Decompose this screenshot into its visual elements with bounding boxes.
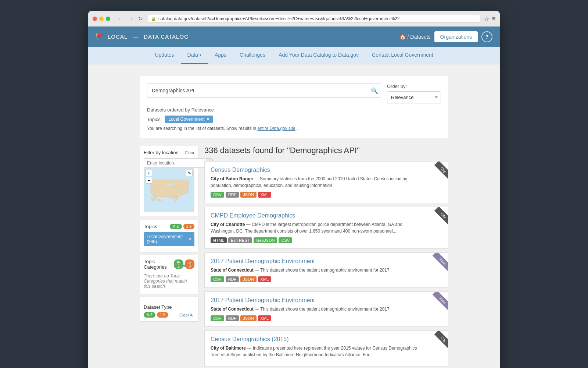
dataset-title-2[interactable]: CMPD Employee Demographics <box>211 212 424 219</box>
help-button[interactable]: ? <box>481 31 492 42</box>
site-header: 🚩 LOCAL — DATA CATALOG 🏠 / Datasets Orga… <box>88 26 500 47</box>
ribbon-2: City <box>426 207 448 229</box>
tag-rdf-4[interactable]: RDF <box>226 315 239 321</box>
ribbon-label-1: City <box>434 162 448 179</box>
dataset-source-2: City of Charlotte <box>211 222 245 227</box>
nav-updates[interactable]: Updates <box>148 47 180 64</box>
tag-geojson-2[interactable]: GeoJSON <box>254 237 277 243</box>
browser-actions: ☆ ≡ <box>484 15 495 22</box>
search-input[interactable] <box>147 84 381 98</box>
dataset-type-clear[interactable]: Clear All <box>179 313 194 317</box>
tag-csv-4[interactable]: CSV <box>211 315 224 321</box>
map-edit-button[interactable]: ✎ <box>186 170 193 176</box>
dataset-card-inner-4: 2017 Patient Demographic Environment Sta… <box>211 297 442 321</box>
menu-icon[interactable]: ≡ <box>492 15 495 22</box>
tag-rdf-3[interactable]: RDF <box>226 276 239 282</box>
tag-csv-1[interactable]: CSV <box>211 192 224 198</box>
search-box-wrap: 🔍 <box>147 84 381 98</box>
browser-titlebar: ← → ↻ 🔒 catalog.data.gov/dataset?q=Demog… <box>88 11 500 26</box>
map-zoom-out-button[interactable]: − <box>146 177 152 184</box>
home-icon[interactable]: 🏠 <box>399 34 406 40</box>
active-filter-label: Local Government (336) <box>147 234 189 244</box>
dataset-title-3[interactable]: 2017 Patient Demographic Environment <box>211 258 424 265</box>
map-container: + − ✎ <box>144 168 194 212</box>
reload-button[interactable]: ↻ <box>137 15 144 22</box>
search-hint: You are searching in the list of dataset… <box>147 126 441 131</box>
dataset-title-4[interactable]: 2017 Patient Demographic Environment <box>211 297 424 304</box>
filter-topics-title: Topics <box>144 224 157 229</box>
ribbon-4: State <box>426 292 448 314</box>
dataset-card-3: State 2017 Patient Demographic Environme… <box>204 252 448 288</box>
nav-apps[interactable]: Apps <box>208 47 233 64</box>
dataset-title-1[interactable]: Census Demographics <box>211 167 424 173</box>
topic-tag-local-govt[interactable]: Local Government × <box>165 116 213 123</box>
datagov-site-link[interactable]: entire Data.gov site <box>257 126 295 131</box>
tag-html-2[interactable]: HTML <box>211 237 227 243</box>
search-area: 🔍 Order by: Relevance Name Ascending Nam… <box>140 76 448 138</box>
nav-add-catalog[interactable]: Add Your Data Catalog to Data.gov <box>272 47 365 64</box>
dataset-desc-5: City of Baltimore — Indicators presented… <box>211 345 424 358</box>
nav-contact[interactable]: Contact Local Government <box>365 47 440 64</box>
ribbon-5: City <box>426 331 448 353</box>
order-by-wrap: Order by: Relevance Name Ascending Name … <box>387 84 441 103</box>
tag-xml-1[interactable]: XML <box>258 192 272 198</box>
search-button[interactable]: 🔍 <box>371 87 378 94</box>
lock-icon: 🔒 <box>151 17 156 21</box>
address-bar[interactable]: 🔒 catalog.data.gov/dataset?q=Demographic… <box>148 15 480 23</box>
tag-json-3[interactable]: JSON <box>240 276 256 282</box>
order-select[interactable]: Relevance Name Ascending Name Descending… <box>387 91 441 103</box>
topic-cats-title: Topic Categories <box>144 259 174 270</box>
filter-location: Filter by location Clear ▾ + − ✎ <box>140 146 198 216</box>
filter-topic-cats: Topic Categories A-Z 1-9 Clear All There… <box>140 255 198 294</box>
forward-button[interactable]: → <box>126 15 135 22</box>
tag-rdf-1[interactable]: RDF <box>226 192 239 198</box>
tag-json-1[interactable]: JSON <box>240 192 256 198</box>
topic-cats-sort-az[interactable]: A-Z <box>174 259 184 269</box>
app-content: 🚩 LOCAL — DATA CATALOG 🏠 / Datasets Orga… <box>88 26 500 368</box>
tag-json-4[interactable]: JSON <box>240 315 256 321</box>
hint-prefix: You are searching in the list of dataset… <box>147 126 256 131</box>
active-filter-local-govt[interactable]: Local Government (336) × <box>144 232 194 246</box>
results-panel: 336 datasets found for "Demographics API… <box>204 146 448 368</box>
dataset-desc-text-3: — This dataset shows the patient demogra… <box>255 268 390 273</box>
sort-num-button[interactable]: 1-9 <box>183 224 194 229</box>
location-input[interactable] <box>144 158 205 168</box>
dataset-card-inner-3: 2017 Patient Demographic Environment Sta… <box>211 258 442 282</box>
tag-csv-2[interactable]: CSV <box>279 237 292 243</box>
main-layout: Filter by location Clear ▾ + − ✎ <box>140 146 448 368</box>
dataset-desc-2: City of Charlotte — CMPD is the largest … <box>211 221 424 234</box>
sort-az-button[interactable]: A-Z <box>170 224 182 229</box>
topic-tag-remove[interactable]: × <box>207 117 209 122</box>
topic-cats-sort-num[interactable]: 1-9 <box>185 259 194 269</box>
dataset-desc-4: State of Connecticut — This dataset show… <box>211 306 424 312</box>
tag-csv-3[interactable]: CSV <box>211 276 224 282</box>
dataset-tags-1: CSV RDF JSON XML <box>211 192 424 198</box>
tag-xml-3[interactable]: XML <box>258 276 272 282</box>
active-filter-remove[interactable]: × <box>189 236 191 242</box>
back-button[interactable]: ← <box>116 15 124 22</box>
dataset-type-sort-num[interactable]: 1-9 <box>157 312 168 318</box>
nav-data-label: Data <box>187 52 198 58</box>
organizations-button[interactable]: Organizations <box>434 31 478 42</box>
tag-esri-2[interactable]: Esri REST <box>228 237 252 243</box>
ribbon-label-5: City <box>434 331 448 348</box>
filter-location-header: Filter by location Clear <box>144 150 194 155</box>
minimize-dot[interactable] <box>99 17 104 21</box>
bookmark-icon[interactable]: ☆ <box>484 15 489 22</box>
map-inner: + − ✎ <box>144 168 194 212</box>
svg-point-1 <box>166 184 172 186</box>
order-label: Order by: <box>387 84 441 89</box>
dataset-type-sort-az[interactable]: A-Z <box>144 312 155 318</box>
map-zoom-in-button[interactable]: + <box>146 170 152 176</box>
svg-point-4 <box>160 200 162 201</box>
dataset-type-sort-buttons: A-Z 1-9 <box>144 312 168 318</box>
maximize-dot[interactable] <box>106 17 110 21</box>
nav-data[interactable]: Data ▾ <box>181 47 208 64</box>
close-dot[interactable] <box>93 17 97 21</box>
datasets-link[interactable]: Datasets <box>410 34 430 40</box>
dataset-desc-1: City of Baton Rouge — Summary statistics… <box>211 176 424 189</box>
tag-xml-4[interactable]: XML <box>258 315 272 321</box>
dataset-title-5[interactable]: Census Demographics (2015) <box>211 336 424 343</box>
nav-challenges[interactable]: Challenges <box>233 47 272 64</box>
filter-location-clear[interactable]: Clear <box>185 151 194 155</box>
